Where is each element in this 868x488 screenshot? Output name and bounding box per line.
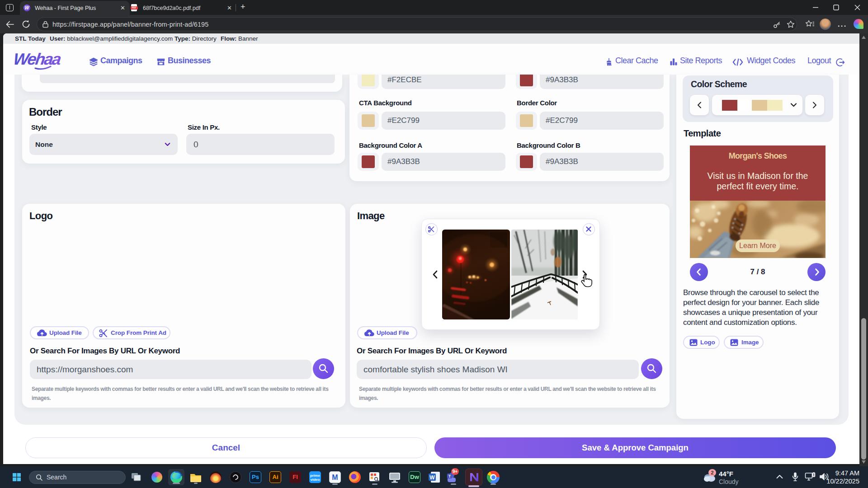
svg-text:W: W — [429, 474, 435, 481]
svg-text:Wehaa: Wehaa — [14, 50, 62, 68]
svg-text:T: T — [448, 474, 451, 479]
